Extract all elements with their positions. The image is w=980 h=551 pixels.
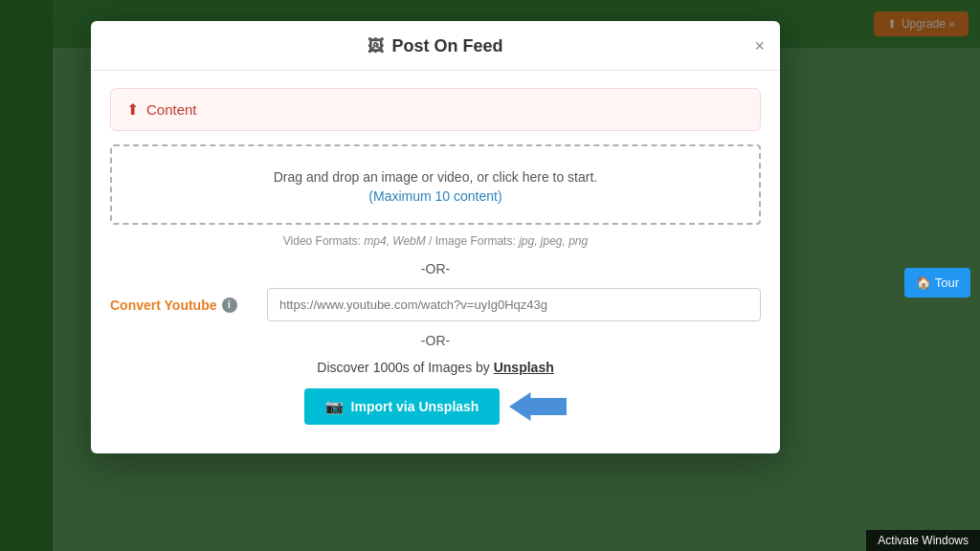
dropzone-main-text: Drag and drop an image or video, or clic… [131, 169, 740, 185]
camera-icon: 📷 [325, 398, 344, 415]
import-btn-label: Import via Unsplash [351, 399, 479, 414]
dropzone-max-text: (Maximum 10 content) [131, 188, 740, 204]
unsplash-section: Discover 1000s of Images by Unsplash 📷 I… [110, 360, 761, 425]
unsplash-text: Discover 1000s of Images by Unsplash [110, 360, 761, 375]
modal-header: 🖼 Post On Feed × [91, 21, 780, 71]
modal-body: ⬆ Content Drag and drop an image or vide… [91, 71, 780, 425]
video-formats: mp4, WebM [364, 234, 425, 248]
modal-title-text: Post On Feed [391, 36, 502, 56]
close-button[interactable]: × [754, 37, 765, 55]
activate-windows-text: Activate Windows [878, 534, 969, 547]
activate-windows-bar: Activate Windows [866, 530, 980, 551]
tour-button[interactable]: 🏠 Tour [904, 268, 970, 298]
import-unsplash-button[interactable]: 📷 Import via Unsplash [304, 388, 501, 425]
dropzone[interactable]: Drag and drop an image or video, or clic… [110, 144, 761, 225]
format-label: Video Formats: [283, 234, 364, 248]
arrow-icon [509, 390, 567, 423]
convert-youtube-label: Convert Youtube i [110, 298, 254, 313]
image-formats: jpg, jpeg, png [519, 234, 588, 248]
svg-marker-0 [509, 392, 567, 421]
tour-label: Tour [935, 276, 959, 290]
import-btn-row: 📷 Import via Unsplash [110, 388, 761, 425]
modal-title: 🖼 Post On Feed [368, 36, 502, 56]
unsplash-text-before: Discover 1000s of Images by [317, 360, 493, 375]
unsplash-link[interactable]: Unsplash [494, 360, 554, 375]
youtube-url-input[interactable] [267, 288, 761, 321]
convert-youtube-row: Convert Youtube i [110, 288, 761, 321]
content-section: ⬆ Content [110, 88, 761, 131]
arrow-container [509, 390, 567, 423]
modal: 🖼 Post On Feed × ⬆ Content Drag and drop… [91, 21, 780, 453]
format-text: Video Formats: mp4, WebM / Image Formats… [110, 234, 761, 248]
separator: / Image Formats: [429, 234, 519, 248]
convert-youtube-text: Convert Youtube [110, 298, 217, 313]
content-label-text: Content [146, 101, 197, 118]
or-divider-1: -OR- [110, 261, 761, 276]
image-icon: 🖼 [368, 37, 384, 56]
tour-icon: 🏠 [916, 276, 931, 290]
or-divider-2: -OR- [110, 333, 761, 348]
upload-icon: ⬆ [126, 100, 139, 119]
content-label: ⬆ Content [126, 100, 745, 119]
info-icon[interactable]: i [222, 298, 237, 313]
